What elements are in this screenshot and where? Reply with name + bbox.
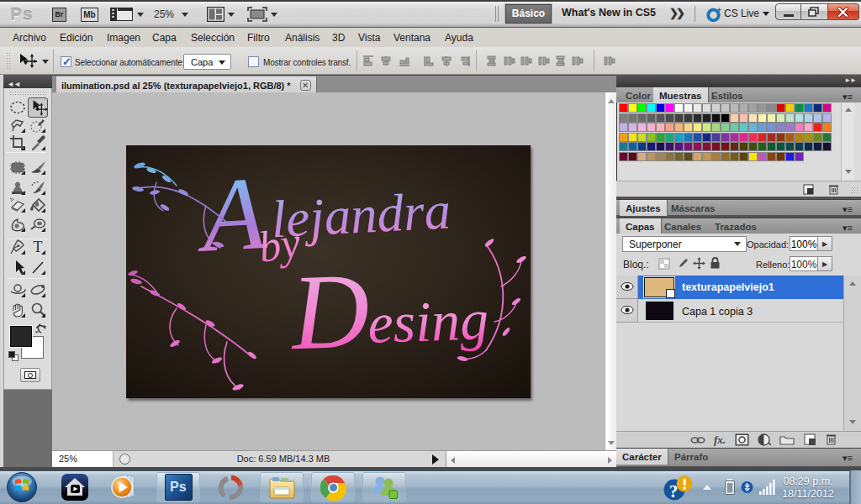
svg-text:T: T: [34, 239, 43, 255]
svg-text:D: D: [288, 250, 371, 372]
svg-text:esing: esing: [367, 287, 489, 355]
